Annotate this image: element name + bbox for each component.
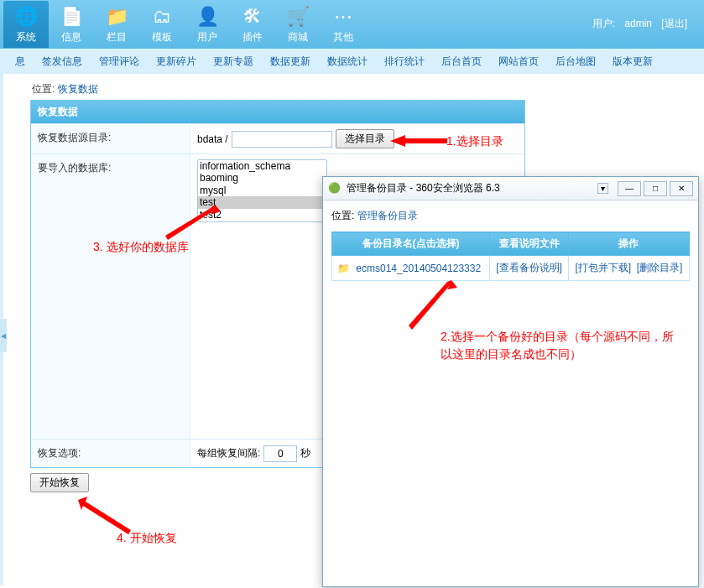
table-row: 📁 ecms014_20140504123332 [查看备份说明] [打包并下载… <box>332 256 690 281</box>
svg-marker-1 <box>165 205 221 240</box>
svg-marker-3 <box>409 280 457 330</box>
arrow-icon <box>390 133 449 149</box>
source-label: 恢复数据源目录: <box>31 124 190 154</box>
svg-marker-2 <box>78 497 131 534</box>
col-ops: 操作 <box>568 232 689 256</box>
maximize-button[interactable]: □ <box>644 181 667 196</box>
pack-download-link[interactable]: [打包并下载] <box>575 262 631 273</box>
source-dir-input[interactable] <box>232 131 332 148</box>
db-option[interactable]: baoming <box>198 172 326 184</box>
cart-icon: 🛒 <box>286 5 310 29</box>
db-option[interactable]: mysql <box>198 185 326 196</box>
arrow-icon <box>76 495 134 537</box>
submenu-item[interactable]: 版本更新 <box>613 55 653 69</box>
globe-icon: 🌐 <box>14 5 38 29</box>
annotation-2: 2.选择一个备份好的目录（每个源码不同，所以这里的目录名成也不同） <box>441 328 675 363</box>
folder-icon: 📁 <box>105 5 128 29</box>
import-db-label: 要导入的数据库: <box>31 154 190 439</box>
table-header-row: 备份目录名(点击选择) 查看说明文件 操作 <box>332 232 690 256</box>
user-area: 用户: admin [退出] <box>592 17 687 31</box>
db-option[interactable]: information_schema <box>198 160 326 172</box>
plugin-icon: 🛠 <box>241 5 264 29</box>
submenu-item[interactable]: 息 <box>15 55 25 69</box>
arrow-icon <box>163 203 222 245</box>
submenu-bar: 息 签发信息 管理评论 更新碎片 更新专题 数据更新 数据统计 排行统计 后台首… <box>0 49 704 74</box>
more-icon: ⋯ <box>331 5 355 29</box>
annotation-1: 1.选择目录 <box>446 134 503 149</box>
popup-breadcrumb: 位置: 管理备份目录 <box>323 200 698 232</box>
restore-options-label: 恢复选项: <box>31 440 190 467</box>
svg-marker-0 <box>390 135 447 147</box>
close-button[interactable]: ✕ <box>670 181 693 196</box>
nav-user[interactable]: 👤用户 <box>185 1 230 48</box>
nav-info[interactable]: 📄信息 <box>49 1 94 48</box>
submenu-item[interactable]: 数据更新 <box>270 55 310 69</box>
logout-link[interactable]: [退出] <box>661 18 687 29</box>
folder-icon: 📁 <box>337 263 350 274</box>
choose-dir-button[interactable]: 选择目录 <box>336 129 394 148</box>
submenu-item[interactable]: 更新专题 <box>213 55 253 69</box>
user-icon: 👤 <box>196 5 219 29</box>
delete-dir-link[interactable]: [删除目录] <box>637 262 683 273</box>
panel-title: 恢复数据 <box>31 101 524 123</box>
view-readme-link[interactable]: [查看备份说明] <box>496 262 562 273</box>
backup-dir-popup: 🟢 管理备份目录 - 360安全浏览器 6.3 ▾ — □ ✕ 位置: 管理备份… <box>322 176 699 587</box>
minimize-button[interactable]: — <box>618 181 641 196</box>
start-restore-button[interactable]: 开始恢复 <box>30 473 89 492</box>
submenu-item[interactable]: 后台首页 <box>441 55 482 69</box>
interval-unit: 秒 <box>300 446 310 461</box>
submenu-item[interactable]: 管理评论 <box>99 55 139 69</box>
submenu-item[interactable]: 签发信息 <box>42 55 82 69</box>
backup-dir-link[interactable]: ecms014_20140504123332 <box>356 263 481 274</box>
document-icon: 📄 <box>60 5 83 29</box>
popup-breadcrumb-link[interactable]: 管理备份目录 <box>357 210 418 221</box>
user-prefix: 用户: <box>592 18 615 29</box>
top-navbar: 🌐系统 📄信息 📁栏目 🗂模板 👤用户 🛠插件 🛒商城 ⋯其他 用户: admi… <box>0 0 704 49</box>
popup-title: 管理备份目录 - 360安全浏览器 6.3 <box>347 181 500 195</box>
col-dirname: 备份目录名(点击选择) <box>332 232 490 256</box>
nav-column[interactable]: 📁栏目 <box>94 1 139 48</box>
template-icon: 🗂 <box>150 5 174 29</box>
dropdown-icon[interactable]: ▾ <box>597 183 608 194</box>
interval-input[interactable] <box>263 445 297 462</box>
nav-template[interactable]: 🗂模板 <box>139 1 185 48</box>
submenu-item[interactable]: 更新碎片 <box>156 55 196 69</box>
user-name-link[interactable]: admin <box>624 18 652 29</box>
nav-plugin[interactable]: 🛠插件 <box>230 1 275 48</box>
popup-titlebar[interactable]: 🟢 管理备份目录 - 360安全浏览器 6.3 ▾ — □ ✕ <box>323 177 698 200</box>
interval-label: 每组恢复间隔: <box>197 446 260 461</box>
submenu-item[interactable]: 排行统计 <box>384 55 425 69</box>
backup-table: 备份目录名(点击选择) 查看说明文件 操作 📁 ecms014_20140504… <box>331 232 690 281</box>
browser-icon: 🟢 <box>328 182 342 195</box>
nav-shop[interactable]: 🛒商城 <box>275 1 321 48</box>
nav-other[interactable]: ⋯其他 <box>321 1 366 48</box>
breadcrumb-link[interactable]: 恢复数据 <box>58 83 98 95</box>
source-prefix: bdata / <box>197 133 228 145</box>
resize-handle[interactable]: ◀ <box>0 319 7 352</box>
submenu-item[interactable]: 数据统计 <box>327 55 368 69</box>
submenu-item[interactable]: 后台地图 <box>555 55 596 69</box>
breadcrumb: 位置: 恢复数据 <box>0 74 704 100</box>
nav-system[interactable]: 🌐系统 <box>3 1 49 48</box>
col-readme: 查看说明文件 <box>490 232 569 256</box>
submenu-item[interactable]: 网站首页 <box>498 55 539 69</box>
